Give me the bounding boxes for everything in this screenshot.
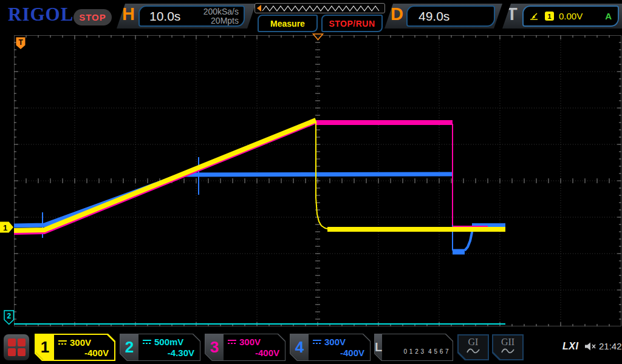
channel-1-scale: 300V — [70, 337, 91, 348]
falling-edge-trigger-icon — [529, 12, 539, 21]
rigol-logo: RIGOL — [8, 4, 73, 25]
trigger-level-marker-letter: T — [19, 38, 24, 47]
dc-coupling-icon — [58, 340, 67, 345]
channel1-position-marker[interactable]: 1 — [0, 221, 14, 233]
horizontal-panel[interactable]: H 10.0s 200kSa/s 20Mpts — [117, 4, 256, 29]
logic-channels-row1: 0 1 2 3 4 5 6 7 — [403, 348, 449, 355]
sine-wave-icon — [501, 347, 515, 356]
delay-box[interactable]: 49.0s — [406, 5, 495, 27]
trigger-box[interactable]: 1 0.00V A — [522, 5, 619, 27]
channel2-position-marker[interactable]: 2 — [4, 310, 15, 325]
generator-2-label: GII — [501, 337, 514, 347]
sample-rate: 200kSa/s — [203, 7, 239, 16]
graticule — [14, 35, 621, 326]
channel-1-box[interactable]: 1 300V -400V — [35, 334, 115, 361]
trigger-panel[interactable]: T 1 0.00V A — [502, 4, 622, 29]
channel-2-offset: -4.30V — [143, 348, 194, 358]
trigger-source-chip: 1 — [545, 12, 554, 21]
acquisition-status-badge: STOP — [73, 9, 112, 25]
dc-coupling-icon — [228, 339, 236, 345]
channel1-marker-number: 1 — [3, 223, 7, 232]
dc-coupling-icon — [313, 339, 321, 345]
stop-run-button[interactable]: STOP/RUN — [321, 15, 383, 32]
trigger-level-value: 0.00V — [559, 11, 583, 21]
oscilloscope-screen: RIGOL STOP H 10.0s 200kSa/s 20Mpts Measu… — [0, 0, 622, 364]
delay-label: D — [391, 4, 403, 24]
trigger-level-marker[interactable]: T — [16, 37, 26, 50]
channel-3-offset: -400V — [228, 348, 279, 358]
channel-2-scale: 500mV — [154, 337, 183, 347]
main-menu-button[interactable] — [4, 334, 29, 360]
generator-1-button[interactable]: GI — [457, 334, 489, 360]
sine-wave-icon — [466, 347, 480, 356]
measure-button[interactable]: Measure — [258, 15, 318, 32]
speaker-muted-icon[interactable] — [584, 342, 596, 351]
channel-4-scale: 300V — [324, 337, 346, 347]
trigger-sweep-mode: A — [605, 11, 612, 21]
trigger-label: T — [507, 4, 518, 24]
menu-grid-icon — [8, 339, 16, 346]
channel-1-offset: -400V — [58, 348, 109, 358]
timebase-value: 10.0s — [140, 9, 180, 24]
channel-4-offset: -400V — [313, 348, 364, 358]
channel-3-scale: 300V — [239, 337, 261, 347]
channel-4-box[interactable]: 4 300V -400V — [290, 334, 371, 361]
delay-panel[interactable]: D 49.0s — [384, 4, 502, 29]
logic-analyzer-label: L — [375, 334, 382, 360]
record-position-bar[interactable] — [255, 3, 385, 13]
record-waveform-zigzag — [255, 4, 383, 12]
lxi-badge: LXI — [562, 341, 578, 352]
generator-1-label: GI — [468, 337, 479, 347]
clock: 21:42 — [599, 341, 622, 351]
generator-2-button[interactable]: GII — [492, 334, 524, 360]
dc-coupling-icon — [143, 339, 151, 345]
logic-analyzer-box[interactable]: L 0 1 2 3 4 5 6 7 8 9 1011 12131415 — [374, 334, 453, 361]
trigger-position-marker[interactable] — [312, 33, 324, 41]
channel2-marker-number: 2 — [7, 312, 12, 320]
delay-value: 49.0s — [408, 9, 449, 24]
memory-depth: 20Mpts — [211, 16, 239, 25]
timebase-box[interactable]: 10.0s 200kSa/s 20Mpts — [138, 5, 245, 27]
horizontal-label: H — [122, 4, 135, 24]
channel-3-box[interactable]: 3 300V -400V — [205, 334, 285, 361]
record-position-arrow-icon — [257, 5, 261, 12]
channel-2-box[interactable]: 2 500mV -4.30V — [120, 334, 200, 361]
